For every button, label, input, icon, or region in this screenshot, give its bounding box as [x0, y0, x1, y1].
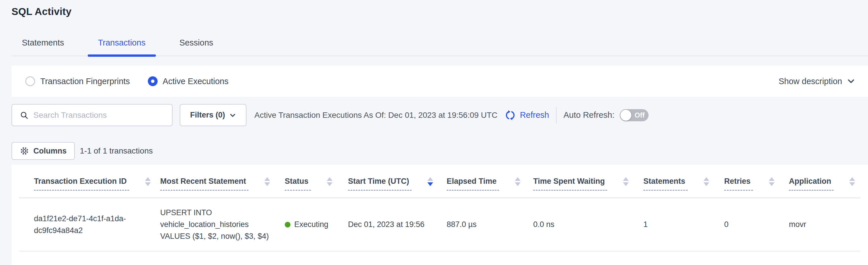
radio-transaction-fingerprints[interactable]: Transaction Fingerprints: [25, 76, 130, 86]
tab-statements[interactable]: Statements: [11, 38, 74, 56]
columns-button[interactable]: Columns: [11, 142, 75, 160]
cell-transaction-execution-id: da1f21e2-de71-4c1f-a1da-dc9fc94a84a2: [19, 198, 160, 251]
tab-sessions[interactable]: Sessions: [169, 38, 224, 56]
table-header-row: Transaction Execution ID Most Recent Sta…: [19, 165, 861, 198]
transactions-table-card: Transaction Execution ID Most Recent Sta…: [11, 165, 868, 265]
cell-retries: 0: [724, 198, 789, 251]
show-description-toggle[interactable]: Show description: [779, 77, 855, 86]
radio-unselected-icon: [25, 76, 35, 86]
radio-transaction-fingerprints-label: Transaction Fingerprints: [40, 77, 130, 86]
refresh-icon: [504, 109, 517, 122]
as-of-timestamp: Active Transaction Executions As Of: Dec…: [254, 111, 498, 120]
sort-arrows-icon: [704, 177, 709, 186]
column-header-application[interactable]: Application: [789, 165, 861, 198]
cell-statements: 1: [643, 198, 724, 251]
filters-button[interactable]: Filters (0): [180, 104, 246, 126]
radio-selected-icon: [148, 76, 158, 86]
search-icon: [20, 111, 29, 120]
tab-bar: Statements Transactions Sessions: [11, 38, 868, 56]
toolbar: Filters (0) Active Transaction Execution…: [11, 104, 868, 126]
toggle-knob: [620, 110, 631, 121]
radio-active-executions-label: Active Executions: [163, 77, 229, 86]
status-executing-dot-icon: [285, 222, 290, 228]
view-mode-radio-group: Transaction Fingerprints Active Executio…: [25, 76, 246, 86]
gear-icon: [20, 146, 29, 156]
auto-refresh-label: Auto Refresh:: [563, 110, 614, 120]
show-description-label: Show description: [779, 77, 842, 86]
status-label: Executing: [294, 219, 329, 231]
column-header-transaction-execution-id[interactable]: Transaction Execution ID: [19, 165, 160, 198]
sort-arrows-icon: [623, 177, 629, 186]
cell-status: Executing: [285, 198, 348, 251]
sort-arrows-icon: [769, 177, 775, 186]
refresh-label: Refresh: [520, 110, 549, 120]
column-header-status[interactable]: Status: [285, 165, 348, 198]
cell-application: movr: [789, 198, 861, 251]
sort-arrows-active-desc-icon: [427, 177, 433, 186]
columns-button-label: Columns: [33, 147, 67, 156]
sort-arrows-icon: [327, 177, 333, 186]
filters-button-label: Filters (0): [190, 111, 225, 120]
toolbar-divider: [556, 107, 557, 124]
sort-arrows-icon: [515, 177, 521, 186]
search-box[interactable]: [11, 104, 173, 126]
cell-elapsed-time: 887.0 µs: [447, 198, 533, 251]
sort-arrows-icon: [849, 177, 855, 186]
transactions-table: Transaction Execution ID Most Recent Sta…: [19, 165, 861, 251]
column-header-retries[interactable]: Retries: [724, 165, 789, 198]
column-header-elapsed-time[interactable]: Elapsed Time: [447, 165, 533, 198]
column-header-most-recent-statement[interactable]: Most Recent Statement: [160, 165, 285, 198]
page-title: SQL Activity: [11, 6, 868, 17]
sort-arrows-icon: [264, 177, 270, 186]
column-header-start-time[interactable]: Start Time (UTC): [348, 165, 447, 198]
view-mode-card: Transaction Fingerprints Active Executio…: [11, 66, 868, 97]
table-controls: Columns 1-1 of 1 transactions: [11, 142, 868, 160]
column-header-time-spent-waiting[interactable]: Time Spent Waiting: [533, 165, 643, 198]
table-row: da1f21e2-de71-4c1f-a1da-dc9fc94a84a2 UPS…: [19, 198, 861, 251]
page-header: SQL Activity: [0, 0, 868, 17]
radio-active-executions[interactable]: Active Executions: [148, 76, 229, 86]
sort-arrows-icon: [145, 177, 151, 186]
auto-refresh-toggle[interactable]: Off: [620, 109, 649, 121]
chevron-down-icon: [847, 77, 855, 85]
cell-start-time: Dec 01, 2023 at 19:56: [348, 198, 447, 251]
result-count: 1-1 of 1 transactions: [80, 146, 153, 156]
chevron-down-icon: [229, 112, 236, 119]
cell-time-spent-waiting: 0.0 ns: [533, 198, 643, 251]
toggle-state-label: Off: [635, 109, 645, 121]
refresh-button[interactable]: Refresh: [504, 109, 549, 122]
cell-most-recent-statement: UPSERT INTO vehicle_location_histories V…: [160, 198, 285, 251]
search-input[interactable]: [33, 111, 160, 120]
column-header-statements[interactable]: Statements: [643, 165, 724, 198]
tab-transactions[interactable]: Transactions: [88, 38, 156, 56]
